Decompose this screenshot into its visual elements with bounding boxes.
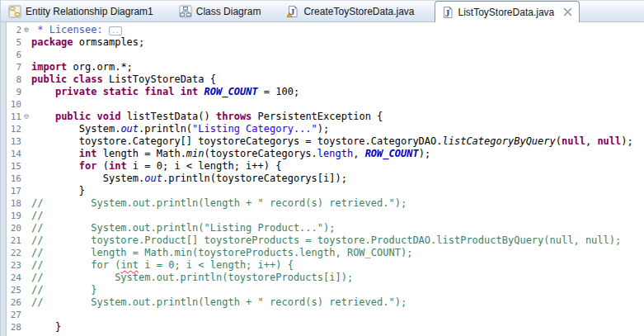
line-number[interactable]: 2 [7, 24, 21, 36]
fold-gutter [21, 123, 31, 135]
line-number[interactable]: 14 [7, 148, 21, 160]
code-text[interactable]: public void listTestData() throws Persis… [31, 111, 383, 123]
code-segment: , [585, 135, 597, 147]
tab-listtoystoredata-java[interactable]: J ListToyStoreData.java [435, 1, 581, 22]
line-number[interactable]: 10 [7, 98, 21, 111]
code-text[interactable]: // length = Math.min(toystoreProducts.le… [31, 247, 412, 259]
code-segment: * Licensee: [31, 24, 109, 35]
line-number[interactable]: 19 [7, 210, 21, 222]
code-text[interactable]: import org.orm.*; [31, 61, 133, 73]
code-text[interactable]: package ormsamples; [31, 36, 144, 49]
code-segment [31, 86, 55, 97]
folded-region-placeholder[interactable]: .. [109, 26, 122, 35]
code-text[interactable]: // System.out.println("Listing Product..… [31, 222, 335, 234]
code-text[interactable]: // System.out.println(length + " record(… [31, 197, 407, 210]
code-line: 12 System.out.println("Listing Category.… [7, 123, 644, 135]
fold-collapse-icon[interactable]: ⊖ [21, 111, 31, 123]
line-number[interactable]: 8 [7, 73, 21, 86]
fold-gutter [21, 135, 31, 148]
fold-gutter [21, 173, 31, 185]
code-text[interactable]: * Licensee: .. [31, 24, 122, 36]
code-text[interactable]: // [31, 210, 43, 222]
code-segment: toystore.Category[] toystoreCategorys = … [31, 135, 443, 147]
code-text[interactable]: } [31, 185, 85, 197]
code-line: 21// toystore.Product[] toystoreProducts… [7, 234, 644, 247]
code-text[interactable]: toystore.Category[] toystoreCategorys = … [31, 135, 633, 148]
code-line: 15 for (int i = 0; i < length; i++) { [7, 160, 644, 173]
code-segment: "Listing Category..." [192, 123, 317, 135]
code-segment: System. [31, 123, 120, 135]
fold-gutter [21, 210, 31, 222]
tab-class-diagram[interactable]: Class Diagram [173, 1, 281, 21]
code-line: 25// } [7, 284, 644, 296]
line-number[interactable]: 13 [7, 135, 21, 148]
line-number[interactable]: 21 [7, 234, 21, 247]
fold-gutter [21, 272, 31, 284]
close-icon[interactable] [563, 7, 572, 17]
line-number[interactable]: 12 [7, 123, 21, 135]
code-segment: import [31, 61, 67, 73]
fold-gutter [21, 185, 31, 197]
code-segment: public [31, 73, 67, 85]
annotation-ruler[interactable] [1, 22, 7, 336]
line-number[interactable]: 20 [7, 222, 21, 234]
code-line: 8public class ListToyStoreData { [7, 73, 644, 86]
code-line: 9 private static final int ROW_COUNT = 1… [7, 86, 644, 98]
line-number[interactable]: 6 [7, 49, 21, 61]
code-text[interactable]: // toystore.Product[] toystoreProducts =… [31, 234, 621, 247]
code-segment: ( [96, 160, 108, 172]
line-number[interactable]: 23 [7, 259, 21, 272]
code-line: 19// [7, 210, 644, 222]
fold-expand-icon[interactable]: ⊕ [21, 24, 31, 36]
line-number[interactable]: 26 [7, 296, 21, 309]
code-segment: int [79, 148, 97, 159]
code-segment [198, 86, 204, 97]
code-segment: } [31, 321, 61, 333]
code-segment [67, 73, 73, 85]
code-segment [31, 148, 79, 159]
fold-gutter [21, 61, 31, 73]
code-segment: listTestData() [120, 111, 216, 122]
code-text[interactable]: System.out.println(toystoreCategorys[i])… [31, 173, 347, 185]
line-number[interactable]: 28 [7, 321, 21, 334]
line-number[interactable]: 15 [7, 160, 21, 173]
code-text[interactable]: private static final int ROW_COUNT = 100… [31, 86, 299, 98]
code-text[interactable]: // for (int i = 0; i < length; i++) { [31, 259, 294, 272]
code-text[interactable]: } [31, 321, 61, 334]
tab-label: Class Diagram [196, 6, 261, 17]
tab-createtoystoredata-java[interactable]: J CreateToyStoreData.java [280, 1, 434, 21]
line-number[interactable]: 25 [7, 284, 21, 296]
code-text[interactable]: // } [31, 284, 96, 296]
line-number[interactable]: 27 [7, 309, 21, 321]
fold-gutter [21, 247, 31, 259]
code-line: 17 } [7, 185, 644, 197]
code-line: 5package ormsamples; [7, 36, 644, 49]
code-text[interactable]: // System.out.println(length + " record(… [31, 296, 407, 309]
code-segment: int [109, 160, 127, 172]
code-text[interactable]: System.out.println("Listing Category..."… [31, 123, 329, 135]
line-number[interactable]: 7 [7, 61, 21, 73]
code-segment [174, 86, 180, 97]
code-text[interactable]: int length = Math.min(toystoreCategorys.… [31, 148, 430, 160]
fold-gutter [21, 296, 31, 309]
tab-entity-relationship-diagram1[interactable]: Entity Relationship Diagram1 [2, 1, 173, 21]
line-number[interactable]: 17 [7, 185, 21, 197]
code-text[interactable]: for (int i = 0; i < length; i++) { [31, 160, 281, 173]
editor-tab-bar: Entity Relationship Diagram1 Class Diagr… [1, 1, 644, 22]
code-text[interactable]: // System.out.println(toystoreProducts[i… [31, 272, 353, 284]
code-segment: .println( [139, 123, 192, 135]
line-number[interactable]: 22 [7, 247, 21, 259]
line-number[interactable]: 9 [7, 86, 21, 98]
code-segment: ROW_COUNT [204, 86, 258, 97]
line-number[interactable]: 18 [7, 197, 21, 210]
code-text[interactable]: public class ListToyStoreData { [31, 73, 216, 86]
code-line: 14 int length = Math.min(toystoreCategor… [7, 148, 644, 160]
code-editor: 2⊕ * Licensee: ..5package ormsamples;67i… [1, 22, 644, 336]
line-number[interactable]: 11 [7, 111, 21, 123]
code-line: 26// System.out.println(length + " recor… [7, 296, 644, 309]
line-number[interactable]: 5 [7, 36, 21, 49]
line-number[interactable]: 16 [7, 173, 21, 185]
line-number[interactable]: 24 [7, 272, 21, 284]
code-pane[interactable]: 2⊕ * Licensee: ..5package ormsamples;67i… [7, 22, 644, 336]
code-segment: ); [621, 135, 632, 147]
